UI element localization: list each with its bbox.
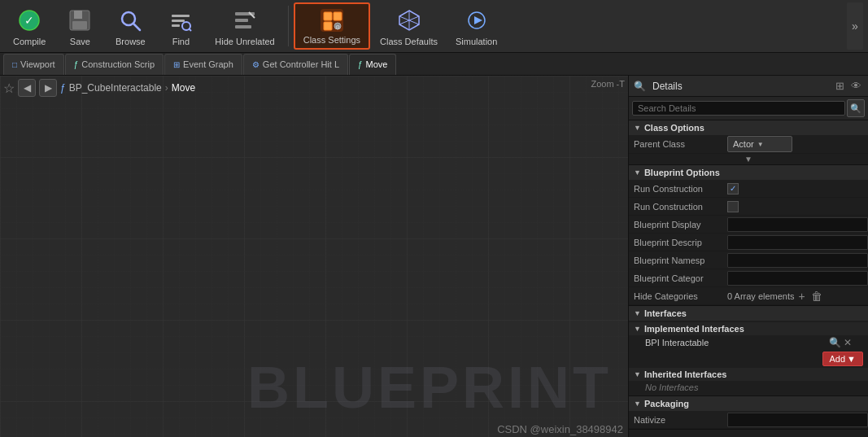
breadcrumb-path: BP_CubeInteractable: [69, 82, 162, 94]
details-grid-button[interactable]: ⊞: [834, 80, 846, 92]
hide-categories-delete-button[interactable]: 🗑: [809, 290, 824, 303]
packaging-arrow: ▼: [634, 400, 641, 408]
run-construction-checkbox1[interactable]: [727, 183, 739, 194]
nativize-label: Nativize: [634, 415, 727, 425]
blueprint-categ-input[interactable]: [727, 271, 868, 286]
svg-rect-3: [74, 11, 82, 19]
interfaces-header[interactable]: ▼ Interfaces: [629, 306, 868, 321]
svg-rect-19: [324, 22, 332, 30]
blueprint-namesp-input[interactable]: [727, 253, 868, 268]
run-construction-row2: Run Construction: [629, 198, 868, 216]
hide-categories-label: Hide Categories: [634, 291, 727, 301]
class-options-header[interactable]: ▼ Class Options: [629, 120, 868, 135]
packaging-header[interactable]: ▼ Packaging: [629, 396, 868, 411]
search-button[interactable]: 🔍: [847, 99, 865, 117]
svg-text:⚙: ⚙: [335, 24, 340, 30]
class-settings-label: Class Settings: [303, 35, 360, 45]
blueprint-canvas[interactable]: ☆ ◀ ▶ ƒ BP_CubeInteractable › Move Zoom …: [0, 76, 628, 437]
compile-button[interactable]: ✓ Compile: [5, 2, 54, 50]
tab-move[interactable]: ƒ Move: [349, 54, 396, 75]
blueprint-options-section: ▼ Blueprint Options Run Construction Run…: [629, 165, 868, 306]
svg-rect-18: [334, 12, 342, 20]
search-row: 🔍: [629, 97, 868, 120]
blueprint-display-input[interactable]: [727, 217, 868, 232]
details-header: 🔍 Details ⊞ 👁: [629, 76, 868, 97]
run-construction-value2: [727, 201, 868, 212]
nativize-input[interactable]: [727, 413, 868, 427]
canvas-grid: [0, 76, 628, 437]
svg-rect-13: [235, 19, 248, 22]
browse-button[interactable]: Browse: [106, 2, 155, 50]
hide-unrelated-icon: [230, 6, 260, 35]
tab-construction-script[interactable]: ƒ Construction Scrip: [65, 54, 164, 75]
parent-class-value-text: Actor: [733, 139, 754, 149]
details-title: Details: [652, 81, 831, 92]
svg-rect-8: [172, 20, 185, 22]
blueprint-namesp-value: [727, 253, 868, 268]
class-options-label: Class Options: [644, 123, 704, 133]
move-tab-label: Move: [366, 59, 388, 69]
parent-class-label: Parent Class: [634, 139, 727, 149]
parent-class-row: Parent Class Actor ▼: [629, 135, 868, 154]
toolbar-collapse-button[interactable]: »: [847, 2, 863, 50]
interface-actions: 🔍 ✕: [829, 337, 852, 348]
back-button[interactable]: ◀: [18, 79, 36, 97]
move-tab-icon: ƒ: [358, 60, 363, 69]
simulation-icon: [462, 6, 491, 35]
interfaces-arrow: ▼: [634, 309, 641, 317]
parent-class-value: Actor ▼: [727, 136, 868, 152]
nativize-value: [727, 413, 868, 427]
event-graph-tab-label: Event Graph: [183, 59, 233, 69]
class-defaults-button[interactable]: Class Defaults: [372, 2, 446, 50]
blueprint-display-label: Blueprint Display: [634, 220, 727, 229]
viewport-tab-label: Viewport: [20, 59, 55, 69]
breadcrumb: ƒ BP_CubeInteractable › Move: [60, 82, 195, 94]
star-button[interactable]: ☆: [3, 81, 15, 96]
find-button[interactable]: Find: [156, 2, 205, 50]
parent-class-dropdown[interactable]: Actor ▼: [727, 136, 792, 152]
hide-categories-text: 0 Array elements: [727, 291, 795, 301]
search-input[interactable]: [632, 101, 845, 116]
breadcrumb-current: Move: [172, 82, 195, 94]
interfaces-label: Interfaces: [644, 308, 687, 318]
svg-rect-14: [235, 25, 251, 28]
blueprint-categ-label: Blueprint Categor: [634, 273, 727, 283]
tab-viewport[interactable]: □ Viewport: [3, 54, 64, 75]
blueprint-descr-input[interactable]: [727, 235, 868, 250]
save-button[interactable]: Save: [55, 2, 104, 50]
class-options-expand-arrow[interactable]: ▼: [744, 155, 752, 164]
inherited-interfaces-header[interactable]: ▼ Inherited Interfaces: [629, 368, 868, 381]
add-interface-button[interactable]: Add ▼: [822, 352, 863, 366]
tab-get-controller[interactable]: ⚙ Get Controller Hit L: [243, 54, 348, 75]
find-label: Find: [172, 37, 190, 46]
hide-unrelated-button[interactable]: Hide Unrelated: [207, 2, 282, 50]
bpi-delete-button[interactable]: ✕: [844, 337, 852, 348]
simulation-button[interactable]: Simulation: [447, 2, 505, 50]
run-construction-value1: [727, 183, 868, 194]
run-construction-checkbox2[interactable]: [727, 201, 739, 212]
svg-line-6: [133, 24, 140, 30]
hide-categories-add-button[interactable]: +: [797, 290, 807, 303]
simulation-label: Simulation: [456, 37, 497, 46]
interfaces-section: ▼ Interfaces ▼ Implemented Interfaces BP…: [629, 306, 868, 396]
forward-button[interactable]: ▶: [39, 79, 57, 97]
class-settings-button[interactable]: ⚙ Class Settings: [294, 2, 370, 50]
inherited-arrow: ▼: [634, 370, 641, 378]
blueprint-options-header[interactable]: ▼ Blueprint Options: [629, 165, 868, 180]
bpi-interactable-name: BPI Interactable: [645, 338, 709, 347]
add-label: Add: [830, 354, 846, 364]
hide-categories-value: 0 Array elements + 🗑: [727, 290, 868, 303]
implemented-label: Implemented Interfaces: [644, 324, 744, 334]
bpi-search-button[interactable]: 🔍: [829, 337, 841, 348]
run-construction-row1: Run Construction: [629, 180, 868, 198]
tab-bar: □ Viewport ƒ Construction Scrip ⊞ Event …: [0, 53, 868, 76]
inherited-label: Inherited Interfaces: [644, 369, 726, 379]
svg-marker-27: [474, 16, 482, 24]
tab-event-graph[interactable]: ⊞ Event Graph: [164, 54, 242, 75]
get-controller-tab-label: Get Controller Hit L: [263, 59, 339, 69]
main-layout: ☆ ◀ ▶ ƒ BP_CubeInteractable › Move Zoom …: [0, 76, 868, 437]
implemented-interfaces-header[interactable]: ▼ Implemented Interfaces: [629, 322, 868, 335]
class-options-section: ▼ Class Options Parent Class Actor ▼ ▼: [629, 120, 868, 165]
details-eye-button[interactable]: 👁: [849, 80, 863, 92]
save-icon: [65, 6, 94, 35]
